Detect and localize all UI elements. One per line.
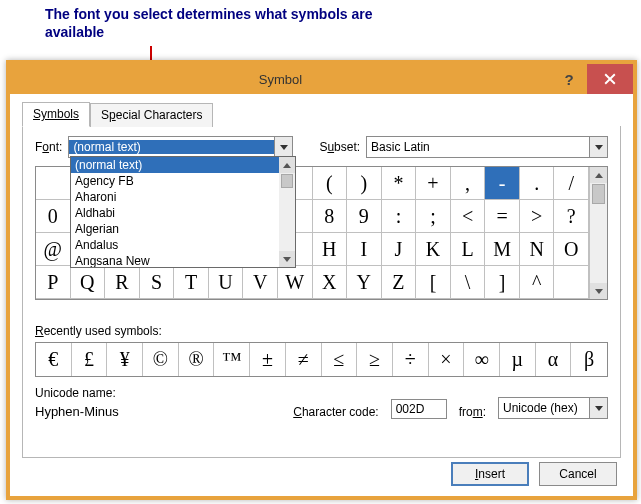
symbol-cell[interactable]: K [416,233,451,266]
recent-symbol-cell[interactable]: ™ [214,343,250,376]
symbol-cell[interactable]: - [485,167,520,200]
tab-special-u: p [109,108,116,122]
symbol-cell[interactable]: R [105,266,140,299]
symbol-cell[interactable]: Q [71,266,106,299]
symbol-cell[interactable]: . [520,167,555,200]
recent-symbol-cell[interactable]: ≠ [286,343,322,376]
symbol-cell[interactable]: + [416,167,451,200]
recent-symbol-cell[interactable]: µ [500,343,536,376]
dropdown-scroll-down[interactable] [279,251,295,267]
symbol-cell[interactable]: ^ [520,266,555,299]
symbol-cell[interactable]: < [451,200,486,233]
recent-symbol-cell[interactable]: © [143,343,179,376]
recent-symbol-cell[interactable]: ® [179,343,215,376]
symbol-cell[interactable]: N [520,233,555,266]
font-option[interactable]: Algerian [71,221,279,237]
symbol-cell[interactable]: = [485,200,520,233]
recent-symbol-cell[interactable]: ¥ [107,343,143,376]
symbol-cell[interactable]: ) [347,167,382,200]
symbol-cell[interactable]: P [36,266,71,299]
recent-symbol-cell[interactable]: € [36,343,72,376]
insert-button[interactable]: Insert [451,462,529,486]
font-combo[interactable]: (normal text) [68,136,293,158]
scroll-down-button[interactable] [590,283,607,299]
symbol-cell[interactable]: I [347,233,382,266]
font-option[interactable]: Aharoni [71,189,279,205]
font-label: Font: [35,140,62,154]
recent-symbol-cell[interactable]: β [571,343,607,376]
cancel-button[interactable]: Cancel [539,462,617,486]
subset-combo-button[interactable] [589,137,607,157]
dialog-client: Symbols Special Characters Font: (normal… [10,94,633,496]
symbol-cell[interactable]: L [451,233,486,266]
from-combo[interactable]: Unicode (hex) [498,397,608,419]
symbol-cell[interactable] [554,266,589,299]
font-combo-button[interactable] [274,137,292,157]
font-option[interactable]: Agency FB [71,173,279,189]
from-combo-button[interactable] [589,398,607,418]
font-option[interactable]: Aldhabi [71,205,279,221]
symbol-cell[interactable]: 9 [347,200,382,233]
symbol-cell[interactable] [36,167,71,200]
symbol-cell[interactable]: > [520,200,555,233]
symbol-cell[interactable]: [ [416,266,451,299]
symbol-cell[interactable]: S [140,266,175,299]
help-button[interactable]: ? [551,71,587,88]
subset-combo[interactable]: Basic Latin [366,136,608,158]
symbol-cell[interactable]: Y [347,266,382,299]
recent-symbol-cell[interactable]: ≤ [322,343,358,376]
tab-special-characters[interactable]: Special Characters [90,103,213,127]
recent-symbol-cell[interactable]: ÷ [393,343,429,376]
charcode-input[interactable]: 002D [391,399,447,419]
symbol-cell[interactable]: X [313,266,348,299]
symbol-cell[interactable]: ; [416,200,451,233]
recent-grid[interactable]: €£¥©®™±≠≤≥÷×∞µαβ [35,342,608,377]
recent-section: Recently used symbols: €£¥©®™±≠≤≥÷×∞µαβ [35,324,608,377]
font-option[interactable]: Angsana New [71,253,279,267]
symbol-cell[interactable]: @ [36,233,71,266]
from-label: from: [459,405,486,419]
scroll-up-button[interactable] [590,167,607,183]
recent-symbol-cell[interactable]: £ [72,343,108,376]
recent-symbol-cell[interactable]: ≥ [357,343,393,376]
symbol-cell[interactable]: W [278,266,313,299]
symbol-cell[interactable]: U [209,266,244,299]
font-option[interactable]: (normal text) [71,157,279,173]
symbol-cell[interactable]: H [313,233,348,266]
symbol-cell[interactable]: M [485,233,520,266]
recent-symbol-cell[interactable]: α [536,343,572,376]
symbol-cell[interactable]: / [554,167,589,200]
recent-symbol-cell[interactable]: ∞ [464,343,500,376]
grid-scrollbar[interactable] [589,167,607,299]
window-title: Symbol [10,72,551,87]
close-button[interactable] [587,64,633,94]
dropdown-scroll-up[interactable] [279,157,295,173]
symbol-cell[interactable]: : [382,200,417,233]
symbol-cell[interactable]: 8 [313,200,348,233]
symbol-cell[interactable]: ( [313,167,348,200]
font-option[interactable]: Andalus [71,237,279,253]
symbol-cell[interactable]: 0 [36,200,71,233]
chevron-up-icon [595,173,603,178]
tabs: Symbols Special Characters [22,102,621,127]
symbol-cell[interactable]: ] [485,266,520,299]
tab-symbols[interactable]: Symbols [22,102,90,127]
scroll-thumb[interactable] [592,184,605,204]
chevron-down-icon [595,406,603,411]
symbol-cell[interactable]: J [382,233,417,266]
symbol-cell[interactable]: V [243,266,278,299]
symbol-cell[interactable]: \ [451,266,486,299]
font-dropdown-scrollbar[interactable] [279,157,295,267]
symbol-cell[interactable]: Z [382,266,417,299]
symbol-cell[interactable]: , [451,167,486,200]
font-dropdown-list[interactable]: (normal text)Agency FBAharoniAldhabiAlge… [70,156,296,268]
symbol-cell[interactable]: T [174,266,209,299]
dropdown-scroll-thumb[interactable] [281,174,293,188]
chevron-down-icon [283,257,291,262]
symbol-cell[interactable]: O [554,233,589,266]
recent-symbol-cell[interactable]: × [429,343,465,376]
recent-symbol-cell[interactable]: ± [250,343,286,376]
symbol-cell[interactable]: * [382,167,417,200]
symbol-cell[interactable]: ? [554,200,589,233]
symbol-dialog: Symbol ? Symbols Special Characters Font… [6,60,637,500]
